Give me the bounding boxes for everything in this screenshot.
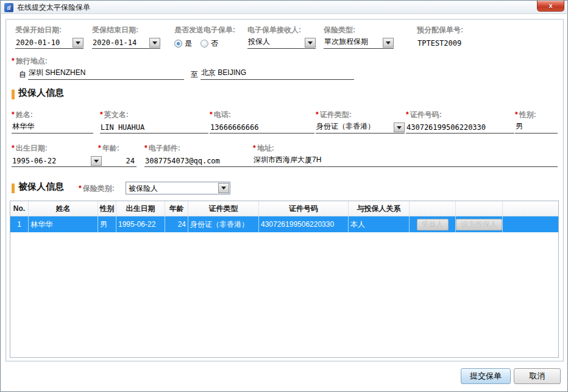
- insurance-category-dropdown-button[interactable]: [218, 183, 229, 193]
- insurance-category-label: 保险类别:: [83, 184, 115, 193]
- cell-no: 1: [10, 216, 29, 232]
- cell-relation: 本人: [349, 216, 410, 232]
- set-as-applicant-button[interactable]: 设为投保人: [456, 219, 502, 230]
- cell-id-type: 身份证（非香港）: [188, 216, 259, 232]
- radio-no-label: 否: [211, 38, 218, 49]
- cell-filler: [503, 216, 558, 232]
- coverage-start-date-combo[interactable]: 2020-01-10: [15, 37, 83, 49]
- travel-to-label: 至: [191, 69, 198, 80]
- coverage-end-date-field: 受保结束日期: 2020-01-14: [92, 25, 160, 49]
- travel-location-label: 旅行地点:: [16, 57, 48, 65]
- epolicy-receiver-dropdown-button[interactable]: [305, 38, 316, 48]
- age-label: 年龄:: [102, 144, 119, 152]
- address-label: 地址:: [257, 144, 274, 152]
- address-input[interactable]: 深圳市西海岸大厦7H: [253, 155, 558, 167]
- coverage-start-dropdown-button[interactable]: [73, 38, 83, 48]
- cell-name: 林华华: [29, 216, 98, 232]
- radio-yes-icon[interactable]: [174, 40, 182, 48]
- close-button[interactable]: x: [537, 1, 564, 12]
- dialog-window: tl 在线提交太平保险保单 x 受保开始日期: 2020-01-10 受保结束日…: [0, 0, 568, 392]
- radio-no-icon[interactable]: [201, 40, 208, 48]
- travel-from-label: 自: [19, 69, 26, 80]
- address-field: *地址: 深圳市西海岸大厦7H: [253, 143, 558, 167]
- required-asterisk: *: [79, 184, 82, 193]
- header-id-type[interactable]: 证件类型: [188, 201, 259, 216]
- id-number-field: *证件号码: 430726199506220330: [406, 110, 514, 134]
- email-input[interactable]: 3087754073@qq.com: [144, 155, 254, 167]
- epolicy-receiver-label: 电子保单接收人:: [247, 25, 316, 35]
- gender-field: *性别: 男: [515, 110, 558, 134]
- epolicy-receiver-field: 电子保单接收人: 投保人: [247, 25, 316, 49]
- email-label: 电子邮件:: [149, 144, 180, 152]
- required-asterisk: *: [316, 110, 319, 119]
- required-asterisk: *: [12, 144, 15, 152]
- cell-gender: 男: [98, 216, 116, 232]
- coverage-start-date-field: 受保开始日期: 2020-01-10: [15, 25, 83, 49]
- cancel-button[interactable]: 取消: [514, 368, 561, 384]
- required-asterisk: *: [515, 110, 518, 119]
- beneficiary-button[interactable]: 受益人: [417, 219, 449, 230]
- insurance-type-dropdown-button[interactable]: [383, 38, 394, 48]
- send-epolicy-label: 是否发送电子保单:: [174, 25, 246, 35]
- insurance-category-field: *保险类别:: [79, 184, 115, 193]
- radio-no[interactable]: 否: [201, 38, 218, 49]
- radio-yes[interactable]: 是: [174, 38, 192, 49]
- table-header-row: No. 姓名 性别 出生日期 年龄 证件类型 证件号码 与投保人关系: [10, 201, 558, 216]
- id-type-combo[interactable]: 身份证（非香港）: [316, 121, 405, 134]
- phone-field: *电话: 13666666666: [210, 110, 314, 134]
- coverage-end-date-combo[interactable]: 2020-01-14: [92, 37, 160, 49]
- header-id-number[interactable]: 证件号码: [259, 201, 349, 216]
- coverage-start-date-label: 受保开始日期:: [15, 25, 83, 35]
- id-type-dropdown-button[interactable]: [394, 123, 405, 132]
- insurance-category-combo[interactable]: 被保险人: [126, 182, 230, 194]
- epolicy-receiver-combo[interactable]: 投保人: [247, 37, 316, 49]
- policy-number-value: TPTEST2009: [417, 39, 461, 48]
- required-asterisk: *: [12, 110, 15, 119]
- policy-number-field: 预分配保单号: TPTEST2009: [417, 25, 502, 49]
- age-field: *年龄: 24: [98, 143, 137, 167]
- english-name-input[interactable]: LIN HUAHUA: [100, 121, 208, 134]
- required-asterisk: *: [12, 57, 15, 65]
- phone-input[interactable]: 13666666666: [210, 121, 314, 134]
- name-label: 姓名:: [16, 110, 33, 119]
- name-input[interactable]: 林华华: [12, 121, 93, 134]
- coverage-end-date-label: 受保结束日期:: [92, 25, 160, 35]
- age-input[interactable]: 24: [98, 155, 137, 167]
- cell-id-number: 430726199506220330: [259, 216, 349, 232]
- id-number-input[interactable]: 430726199506220330: [406, 121, 514, 134]
- submit-policy-button[interactable]: 提交保单: [461, 368, 511, 384]
- gender-input[interactable]: 男: [515, 121, 558, 134]
- chevron-down-icon: [386, 41, 391, 45]
- applicant-section-bar: [12, 90, 15, 99]
- travel-to-input[interactable]: 北京 BEIJING: [201, 68, 354, 80]
- header-no[interactable]: No.: [10, 201, 29, 216]
- header-age[interactable]: 年龄: [165, 201, 188, 216]
- table-row[interactable]: 1 林华华 男 1995-06-22 24 身份证（非香港） 430726199…: [10, 216, 558, 232]
- window-title: 在线提交太平保险保单: [17, 2, 90, 13]
- header-gender[interactable]: 性别: [98, 201, 116, 216]
- radio-yes-label: 是: [185, 38, 192, 49]
- send-epolicy-field: 是否发送电子保单: 是 否: [174, 25, 246, 49]
- insurance-type-combo[interactable]: 單次旅程保期: [324, 37, 394, 49]
- form-panel: 受保开始日期: 2020-01-10 受保结束日期: 2020-01-14 是否…: [5, 19, 564, 362]
- travel-from-field: 深圳 SHENZHEN: [28, 66, 184, 80]
- header-relation[interactable]: 与投保人关系: [349, 201, 410, 216]
- birth-date-combo[interactable]: 1995-06-22: [12, 155, 102, 167]
- required-asterisk: *: [210, 110, 213, 119]
- travel-to-field: 北京 BEIJING: [201, 66, 354, 80]
- header-birth[interactable]: 出生日期: [116, 201, 165, 216]
- header-name[interactable]: 姓名: [29, 201, 98, 216]
- header-set-applicant-col: [456, 201, 503, 216]
- name-field: *姓名: 林华华: [12, 110, 93, 134]
- chevron-down-icon: [152, 41, 157, 45]
- insured-table: No. 姓名 性别 出生日期 年龄 证件类型 证件号码 与投保人关系 1 林华华…: [10, 201, 559, 358]
- required-asterisk: *: [100, 110, 103, 119]
- phone-label: 电话:: [214, 110, 231, 119]
- travel-location-field: *旅行地点:: [12, 56, 48, 66]
- travel-from-input[interactable]: 深圳 SHENZHEN: [28, 68, 184, 80]
- id-type-field: *证件类型: 身份证（非香港）: [316, 110, 405, 134]
- chevron-down-icon: [397, 126, 402, 129]
- coverage-end-dropdown-button[interactable]: [149, 38, 160, 48]
- gender-label: 性别:: [519, 110, 536, 119]
- english-name-field: *英文名: LIN HUAHUA: [100, 110, 208, 134]
